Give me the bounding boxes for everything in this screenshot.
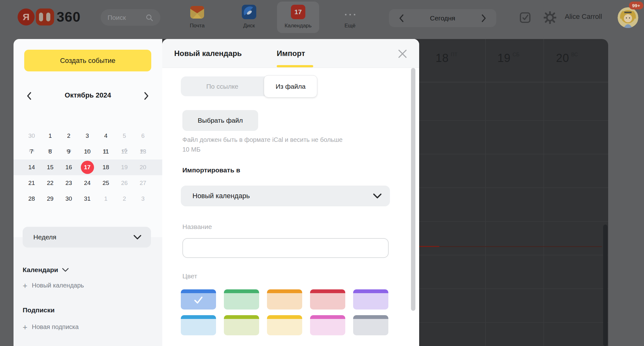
- segment-by-link[interactable]: По ссылке: [181, 76, 264, 96]
- color-swatch[interactable]: [310, 315, 345, 335]
- calendar-scrollbar[interactable]: [603, 225, 608, 346]
- calendars-section-toggle[interactable]: Календари: [23, 266, 69, 274]
- mail-icon: [189, 5, 205, 19]
- new-subscription-button[interactable]: + Новая подписка: [23, 323, 79, 331]
- minical-day[interactable]: 2: [115, 191, 134, 207]
- minical-day[interactable]: 18: [97, 159, 115, 175]
- minical-day[interactable]: 30: [59, 191, 78, 207]
- minical-day[interactable]: 19: [115, 159, 134, 175]
- calendar-icon: 17: [291, 5, 305, 19]
- todo-checkbox-icon[interactable]: [519, 11, 531, 24]
- color-swatch[interactable]: [224, 315, 259, 335]
- disk-icon: [242, 5, 256, 19]
- segment-from-file[interactable]: Из файла: [264, 75, 317, 98]
- color-swatch[interactable]: [353, 289, 388, 310]
- date-navigation: Сегодня: [389, 9, 496, 27]
- minical-day[interactable]: 26: [115, 175, 134, 191]
- color-swatch[interactable]: [353, 315, 388, 335]
- app-calendar[interactable]: 17Календарь: [275, 0, 322, 35]
- minical-day[interactable]: 20: [134, 159, 152, 175]
- color-swatch[interactable]: [181, 315, 216, 335]
- user-name[interactable]: Alice Carroll: [565, 13, 602, 21]
- view-mode-select[interactable]: Неделя: [23, 227, 151, 248]
- app-label: Почта: [174, 23, 221, 29]
- minical-day[interactable]: 3: [134, 191, 152, 207]
- minical-day[interactable]: 16: [59, 159, 78, 175]
- choose-file-button[interactable]: Выбрать файл: [182, 110, 258, 131]
- minical-day[interactable]: 28: [22, 191, 41, 207]
- import-to-select[interactable]: Новый календарь: [181, 186, 390, 206]
- new-calendar-label: Новый календарь: [32, 282, 84, 289]
- minical-day[interactable]: 1: [41, 128, 59, 144]
- minical-day[interactable]: 22: [41, 175, 59, 191]
- yandex-logo-icon: Я: [18, 8, 35, 25]
- minical-day[interactable]: 31: [78, 191, 97, 207]
- app-disk[interactable]: Диск: [225, 0, 273, 35]
- color-swatch[interactable]: [267, 315, 302, 335]
- minical-day[interactable]: 9: [59, 144, 78, 159]
- minical-day-today[interactable]: 17: [81, 161, 94, 174]
- app-mail[interactable]: Почта: [174, 0, 221, 35]
- column-divider: [485, 39, 486, 346]
- prev-week-button[interactable]: [398, 14, 405, 22]
- search-input[interactable]: Поиск: [101, 9, 160, 26]
- close-icon[interactable]: [397, 48, 408, 59]
- minical-day[interactable]: 5: [115, 128, 134, 144]
- minical-day[interactable]: 8: [41, 144, 59, 159]
- minical-next-month-button[interactable]: [141, 91, 152, 101]
- create-event-button[interactable]: Создать событие: [24, 50, 151, 71]
- name-label: Название: [182, 223, 212, 231]
- check-icon: [192, 296, 204, 305]
- minical-day[interactable]: 14: [22, 159, 41, 175]
- new-subscription-label: Новая подписка: [32, 323, 79, 331]
- current-time-line: [419, 246, 602, 247]
- calendar-name-input[interactable]: [182, 238, 389, 258]
- sidebar: Создать событие Октябрь 2024 пнвтсрчтптс…: [14, 39, 162, 346]
- minical-day[interactable]: 4: [97, 128, 115, 144]
- minical-day[interactable]: 6: [134, 128, 152, 144]
- app-label: Ещё: [326, 23, 374, 29]
- minical-month-title: Октябрь 2024: [32, 91, 143, 99]
- new-calendar-button[interactable]: + Новый календарь: [23, 282, 84, 289]
- yandex-360-logo[interactable]: Я 360: [18, 8, 80, 26]
- color-swatch[interactable]: [267, 289, 302, 310]
- minical-day[interactable]: 23: [59, 175, 78, 191]
- file-format-hint: Файл должен быть в формате iCal и весить…: [182, 135, 352, 154]
- subscriptions-title: Подписки: [23, 306, 55, 314]
- minical-day[interactable]: 12: [115, 144, 134, 159]
- tab-import[interactable]: Импорт: [277, 39, 305, 68]
- minical-day[interactable]: 30: [22, 128, 41, 144]
- minical-day[interactable]: 2: [59, 128, 78, 144]
- app-window: 18ПТ19СБ20ВС Я 360 Поиск ПочтаДиск17Кале…: [0, 0, 644, 346]
- active-tab-underline: [277, 65, 313, 67]
- chevron-down-icon: [62, 268, 69, 272]
- color-swatch[interactable]: [224, 289, 259, 310]
- avatar[interactable]: [618, 7, 638, 28]
- color-swatch[interactable]: [310, 289, 345, 310]
- minical-day[interactable]: 29: [41, 191, 59, 207]
- minical-day[interactable]: 3: [78, 128, 97, 144]
- tab-new-calendar[interactable]: Новый календарь: [174, 39, 242, 68]
- minical-day[interactable]: 21: [22, 175, 41, 191]
- today-button[interactable]: Сегодня: [430, 14, 455, 22]
- app-more[interactable]: Ещё: [326, 0, 374, 35]
- dialog-scrollbar[interactable]: [411, 68, 415, 311]
- next-week-button[interactable]: [480, 14, 487, 22]
- app-label: Диск: [225, 23, 273, 29]
- minical-day[interactable]: 27: [134, 175, 152, 191]
- chevron-down-icon: [373, 193, 382, 199]
- minical-day[interactable]: 7: [22, 144, 41, 159]
- plus-icon: +: [23, 282, 27, 289]
- settings-gear-icon[interactable]: [544, 11, 556, 24]
- color-swatch-selected[interactable]: [181, 289, 216, 310]
- minical-day[interactable]: 24: [78, 175, 97, 191]
- minical-day[interactable]: 1: [97, 191, 115, 207]
- minical-day[interactable]: 15: [41, 159, 59, 175]
- minical-day[interactable]: 10: [78, 144, 97, 159]
- minical-day[interactable]: 25: [97, 175, 115, 191]
- minical-day[interactable]: 11: [97, 144, 115, 159]
- minical-day[interactable]: 13: [134, 144, 152, 159]
- 360-reel-icon: [36, 8, 54, 25]
- day-column-header: 19СБ: [486, 52, 530, 65]
- subscriptions-section-title: Подписки: [23, 306, 55, 314]
